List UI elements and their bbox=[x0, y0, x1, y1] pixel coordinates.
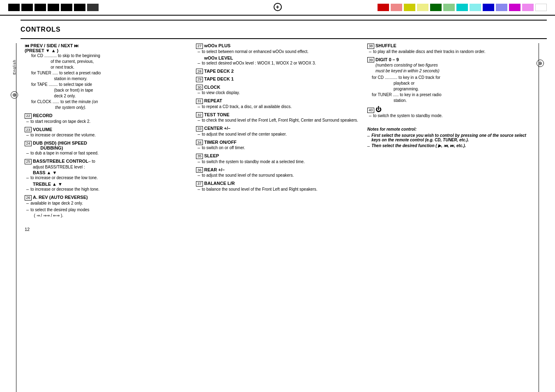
entry-digit-header: 39 DIGIT 0 – 9 bbox=[367, 57, 530, 63]
dash-icon-12: – bbox=[198, 118, 200, 123]
entry-rear-text: to adjust the sound level of the surroun… bbox=[202, 173, 294, 178]
entry-clock: 30 CLOCK – to view clock display. bbox=[196, 85, 359, 96]
color-block-3 bbox=[35, 4, 46, 11]
entry-auto-reverse-line2: – to select the desired play modes ( ⇒ /… bbox=[25, 207, 188, 219]
entry-bass-treble-header: 25 BASS/TREBLE CONTROL – to bbox=[25, 159, 188, 164]
left-crosshair-icon: ⊕ bbox=[11, 91, 18, 99]
entry-record-line1: – to start recording on tape deck 2. bbox=[25, 119, 188, 125]
main-wrapper: English ⊕ ⏮ PREV / SIDE / NEXT ⏭ (PRESET… bbox=[8, 43, 547, 392]
entry-auto-reverse-num: 26 bbox=[25, 195, 32, 201]
entry-center-num: 33 bbox=[196, 126, 203, 131]
entry-power: 40 ⏻ – to switch the system to standby m… bbox=[367, 106, 530, 119]
remote-notes-line1: – First select the source you wish to co… bbox=[367, 133, 530, 142]
entry-timer: 34 TIMER ON/OFF – to switch on or off ti… bbox=[196, 140, 359, 151]
entry-balance-header: 37 BALANCE L/R bbox=[196, 181, 359, 187]
entry-shuffle-header: 38 SHUFFLE bbox=[367, 43, 530, 49]
entry-bass-treble-num: 25 bbox=[25, 159, 32, 164]
left-vertical-line bbox=[16, 43, 16, 392]
entry-woox-plus-text: to select between normal or enhanced wOO… bbox=[202, 49, 309, 55]
entry-power-header: 40 ⏻ bbox=[367, 106, 530, 113]
dash-icon: – bbox=[26, 119, 29, 125]
prev-next-clock-line: for CLOCK ...... to set the minute (on t… bbox=[25, 99, 188, 111]
entry-volume-line1: – to increase or decrease the volume. bbox=[25, 132, 188, 138]
entry-center-text: to adjust the sound level of the center … bbox=[202, 131, 287, 137]
color-block-4 bbox=[48, 4, 59, 11]
entry-volume-title: VOLUME bbox=[33, 127, 52, 132]
entry-woox-plus-header: 27 wOOx PLUS bbox=[196, 43, 359, 49]
entry-test-tone-num: 32 bbox=[196, 112, 203, 118]
entry-power-line1: – to switch the system to standby mode. bbox=[367, 113, 530, 119]
dash-icon-10: – bbox=[198, 90, 200, 96]
remote-notes-text1: First select the source you wish to cont… bbox=[371, 133, 530, 142]
entry-tape-deck-2-header: 28 TAPE DECK 2 bbox=[196, 69, 359, 74]
entry-record-num: 22 bbox=[25, 113, 32, 119]
entry-sleep-title: SLEEP bbox=[204, 153, 219, 158]
entry-bass-treble-adjust: adjust BASS/TREBLE level : bbox=[25, 164, 188, 170]
entry-balance-title: BALANCE L/R bbox=[204, 181, 235, 186]
entry-rear-line1: – to adjust the sound level of the surro… bbox=[196, 173, 359, 178]
entry-treble-text: to increase or decrease the high tone. bbox=[30, 187, 99, 192]
entry-sleep-num: 35 bbox=[196, 154, 203, 159]
entry-balance: 37 BALANCE L/R – to balance the sound le… bbox=[196, 181, 359, 192]
dash-icon-14: – bbox=[198, 145, 200, 151]
remote-notes-text2: Then select the desired function ( ▶, ⏮,… bbox=[371, 143, 466, 148]
entry-center: 33 CENTER +/– – to adjust the sound leve… bbox=[196, 126, 359, 137]
entry-timer-text: to switch on or off timer. bbox=[202, 145, 245, 151]
entry-repeat-header: 31 REPEAT bbox=[196, 98, 359, 104]
entry-woox-plus-title: wOOx PLUS bbox=[204, 43, 230, 48]
entry-shuffle: 38 SHUFFLE – to play all the available d… bbox=[367, 43, 530, 55]
entry-woox-plus-line1: – to select between normal or enhanced w… bbox=[196, 49, 359, 55]
entry-woox-level-text: to select desired wOOx level : WOOX 1, W… bbox=[202, 60, 316, 66]
entry-auto-reverse-title: A. REV (AUTO REVERSE) bbox=[33, 195, 88, 200]
language-label: English bbox=[12, 60, 16, 75]
color-block-r5 bbox=[430, 4, 442, 11]
color-block-r1 bbox=[378, 4, 389, 11]
entry-tape-deck-2-title: TAPE DECK 2 bbox=[204, 69, 234, 74]
dash-icon-13: – bbox=[198, 131, 200, 137]
entry-bass-heading: BASS ▲ ▼ bbox=[25, 170, 188, 175]
color-block-6 bbox=[74, 4, 85, 11]
entry-center-line1: – to adjust the sound level of the cente… bbox=[196, 131, 359, 137]
dash-icon-20: – bbox=[367, 133, 370, 142]
entry-rear: 36 REAR +/– – to adjust the sound level … bbox=[196, 167, 359, 179]
entry-center-title: CENTER +/– bbox=[204, 126, 230, 131]
entry-tape-deck-1: 29 TAPE DECK 1 bbox=[196, 76, 359, 82]
entry-dub-num: 24 bbox=[25, 141, 32, 146]
color-block-1 bbox=[8, 4, 20, 11]
entry-balance-text: to balance the sound level of the Front … bbox=[202, 187, 317, 192]
color-block-5 bbox=[61, 4, 72, 11]
left-margin: English ⊕ bbox=[8, 43, 21, 392]
color-block-r11 bbox=[509, 4, 520, 11]
entry-dub-header: 24 DUB (HSD) (HIGH SPEED DUBBING) bbox=[25, 141, 188, 150]
color-block-r9 bbox=[483, 4, 494, 11]
entry-woox-level-line1: – to select desired wOOx level : WOOX 1,… bbox=[196, 60, 359, 66]
entry-bass-line1: – to increase or decrease the low tone. bbox=[25, 175, 188, 181]
column-3: 38 SHUFFLE – to play all the available d… bbox=[367, 43, 530, 150]
dash-icon-3: – bbox=[26, 150, 29, 156]
entry-prev-next-header: ⏮ PREV / SIDE / NEXT ⏭ bbox=[25, 43, 188, 48]
prev-next-tape-line: for TAPE ........ to select tape side (b… bbox=[25, 82, 188, 99]
entry-record-title: RECORD bbox=[33, 113, 53, 118]
color-block-r4 bbox=[417, 4, 428, 11]
entry-tape-deck-1-num: 29 bbox=[196, 77, 203, 82]
entry-record-text: to start recording on tape deck 2. bbox=[30, 119, 90, 125]
color-block-2 bbox=[21, 4, 33, 11]
page: CONTROLS English ⊕ ⏮ PREV / SIDE / NEXT … bbox=[0, 16, 555, 392]
entry-test-tone-header: 32 TEST TONE bbox=[196, 112, 359, 118]
entry-dub-line1: – to dub a tape in normal or fast speed. bbox=[25, 150, 188, 156]
entry-digit: 39 DIGIT 0 – 9 (numbers consisting of tw… bbox=[367, 57, 530, 104]
page-number: 12 bbox=[25, 227, 30, 232]
column-2: 27 wOOx PLUS – to select between normal … bbox=[196, 43, 359, 195]
color-block-r3 bbox=[404, 4, 415, 11]
entry-sleep-text: to switch the system to standby mode at … bbox=[202, 159, 305, 165]
entry-rear-num: 36 bbox=[196, 167, 203, 173]
entry-volume-header: 23 VOLUME bbox=[25, 127, 188, 133]
entry-bass-text: to increase or decrease the low tone. bbox=[30, 175, 98, 181]
entry-digit-title: DIGIT 0 – 9 bbox=[375, 57, 399, 62]
entry-woox-level-heading: wOOx LEVEL bbox=[196, 55, 359, 60]
controls-section: CONTROLS bbox=[8, 20, 547, 43]
entry-tape-deck-1-header: 29 TAPE DECK 1 bbox=[196, 76, 359, 82]
dash-icon-16: – bbox=[198, 173, 200, 178]
entry-timer-title: TIMER ON/OFF bbox=[204, 140, 237, 145]
prev-next-cd-line: for CD ........... to skip to the beginn… bbox=[25, 53, 188, 70]
